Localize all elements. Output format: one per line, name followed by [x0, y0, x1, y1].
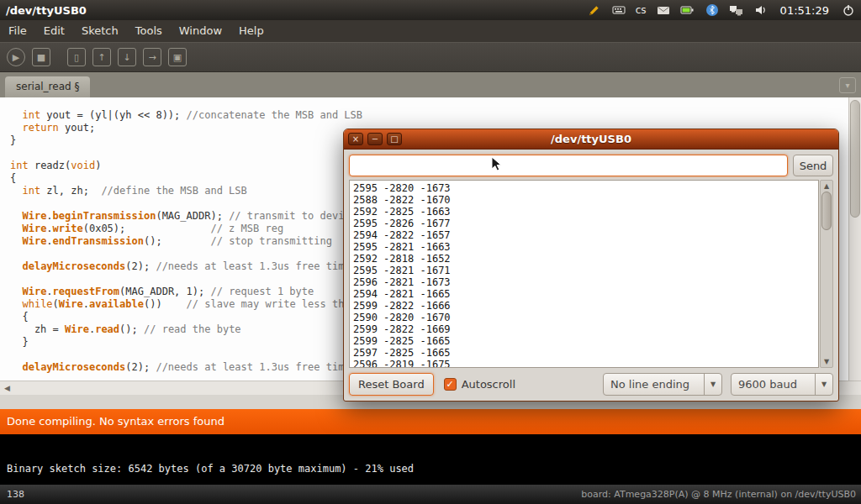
tab-serial-read[interactable]: serial_read §: [5, 76, 90, 97]
desktop: /dev/ttyUSB0 cs 01:51:: [0, 0, 861, 504]
serial-monitor-titlebar[interactable]: × − □ /dev/ttyUSB0: [344, 129, 838, 150]
autoscroll-label: Autoscroll: [462, 378, 515, 391]
status-footer: 138 board: ATmega328P(A) @ 8 MHz (intern…: [0, 485, 861, 504]
bluetooth-icon[interactable]: [705, 3, 720, 18]
menu-item-edit[interactable]: Edit: [35, 20, 73, 42]
serial-line: 2594 -2822 -1657: [353, 229, 815, 241]
menu-item-tools[interactable]: Tools: [127, 20, 171, 42]
panel-clock[interactable]: 01:51:29: [778, 4, 832, 17]
line-number-indicator: 138: [0, 489, 24, 500]
editor-scrollbar-thumb[interactable]: [850, 100, 860, 218]
top-panel: /dev/ttyUSB0 cs 01:51:: [0, 0, 861, 20]
window-title: /dev/ttyUSB0: [0, 4, 87, 17]
keyboard-layout-indicator[interactable]: cs: [636, 4, 647, 16]
serial-output-scrollbar[interactable]: ▲ ▼: [820, 180, 833, 368]
serial-input[interactable]: [349, 155, 788, 176]
session-menu-icon[interactable]: [841, 3, 856, 18]
serial-line: 2594 -2821 -1665: [353, 288, 815, 300]
serial-line: 2599 -2825 -1665: [353, 335, 815, 347]
line-ending-value: No line ending: [604, 378, 704, 391]
battery-icon[interactable]: [680, 3, 695, 18]
serial-line: 2590 -2820 -1670: [353, 312, 815, 323]
tab-bar: serial_read § ▾: [0, 72, 861, 97]
mail-icon[interactable]: [656, 3, 671, 18]
serial-monitor-button[interactable]: ▣: [168, 48, 187, 66]
serial-line: 2597 -2825 -1665: [353, 347, 815, 359]
serial-send-row: Send: [349, 155, 833, 176]
serial-line: 2595 -2820 -1673: [353, 182, 815, 194]
compile-status-message: Done compiling. No syntax errors found: [7, 415, 224, 428]
toolbar: ▶■▯↑↓→▣: [0, 42, 861, 72]
serial-line: 2595 -2821 -1663: [353, 241, 815, 253]
input-indicator-icon[interactable]: [587, 3, 602, 18]
new-sketch-button[interactable]: ▯: [67, 48, 86, 66]
autoscroll-checkbox[interactable]: ✓ Autoscroll: [444, 378, 515, 391]
baud-rate-value: 9600 baud: [732, 378, 815, 391]
serial-line: 2592 -2825 -1663: [353, 206, 815, 218]
upload-button[interactable]: →: [143, 48, 161, 66]
maximize-icon[interactable]: □: [387, 133, 402, 145]
scroll-up-icon[interactable]: ▲: [821, 182, 832, 190]
menubar-items: FileEditSketchToolsWindowHelp: [0, 20, 272, 42]
console-output: Binary sketch size: 6542 bytes (of a 307…: [0, 434, 861, 475]
tab-menu-button[interactable]: ▾: [839, 77, 856, 93]
serial-line: 2596 -2819 -1675: [353, 359, 815, 368]
baud-rate-select[interactable]: 9600 baud ▼: [731, 373, 833, 396]
open-sketch-button[interactable]: ↑: [92, 48, 111, 66]
serial-line: 2599 -2822 -1669: [353, 323, 815, 335]
serial-monitor-title: /dev/ttyUSB0: [344, 133, 838, 145]
scroll-left-icon[interactable]: ◀: [0, 384, 10, 392]
serial-line: 2599 -2822 -1666: [353, 300, 815, 312]
compile-status-bar: Done compiling. No syntax errors found: [0, 409, 861, 434]
reset-board-button[interactable]: Reset Board: [349, 373, 434, 396]
save-sketch-button[interactable]: ↓: [118, 48, 136, 66]
keyboard-icon[interactable]: [611, 3, 626, 18]
stop-button[interactable]: ■: [32, 48, 50, 66]
menu-item-help[interactable]: Help: [230, 20, 272, 42]
verify-button[interactable]: ▶: [7, 48, 25, 66]
send-button[interactable]: Send: [793, 155, 833, 176]
menu-item-file[interactable]: File: [0, 20, 35, 42]
network-icon[interactable]: [729, 3, 744, 18]
serial-line: 2596 -2821 -1673: [353, 276, 815, 288]
serial-line: 2588 -2822 -1670: [353, 194, 815, 206]
serial-output[interactable]: 2595 -2820 -16732588 -2822 -16702592 -28…: [349, 180, 819, 368]
code-line: int yout = (yl|(yh << 8)); //concatenate…: [10, 109, 861, 122]
serial-line: 2592 -2818 -1652: [353, 253, 815, 265]
chevron-down-icon[interactable]: ▼: [815, 374, 832, 395]
scroll-down-icon[interactable]: ▼: [821, 358, 832, 365]
editor-vertical-scrollbar[interactable]: [848, 97, 861, 381]
menu-item-sketch[interactable]: Sketch: [73, 20, 127, 42]
minimize-icon[interactable]: −: [367, 133, 383, 145]
serial-line: 2595 -2826 -1677: [353, 218, 815, 229]
system-tray: cs 01:51:29: [587, 3, 861, 18]
serial-monitor-controls: Reset Board ✓ Autoscroll No line ending …: [349, 373, 833, 396]
serial-line: 2595 -2821 -1671: [353, 265, 815, 276]
serial-scrollbar-thumb[interactable]: [821, 192, 832, 230]
volume-icon[interactable]: [753, 3, 769, 18]
line-ending-select[interactable]: No line ending ▼: [603, 373, 722, 396]
close-icon[interactable]: ×: [348, 133, 363, 145]
serial-monitor-window: × − □ /dev/ttyUSB0 Send 2595 -2820 -1673…: [343, 129, 839, 402]
chevron-down-icon[interactable]: ▼: [704, 374, 721, 395]
menu-item-window[interactable]: Window: [171, 20, 230, 42]
board-info: board: ATmega328P(A) @ 8 MHz (internal) …: [581, 489, 861, 500]
checkbox-check-icon[interactable]: ✓: [444, 378, 457, 391]
mouse-cursor: [491, 156, 506, 175]
menubar: FileEditSketchToolsWindowHelp: [0, 20, 861, 42]
build-console: Binary sketch size: 6542 bytes (of a 307…: [0, 434, 861, 485]
